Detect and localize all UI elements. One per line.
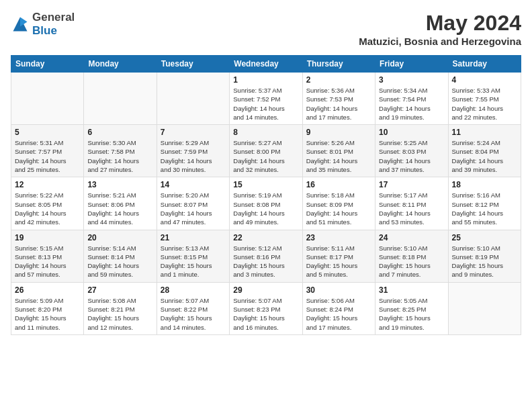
day-number: 21: [161, 233, 226, 242]
day-number: 1: [233, 75, 298, 85]
day-number: 14: [161, 180, 226, 189]
calendar-cell: 21Sunrise: 5:13 AMSunset: 8:15 PMDayligh…: [157, 230, 229, 282]
day-info: Sunrise: 5:12 AMSunset: 8:16 PMDaylight:…: [233, 244, 298, 279]
calendar-cell: 7Sunrise: 5:29 AMSunset: 7:59 PMDaylight…: [157, 125, 229, 177]
calendar-cell: 11Sunrise: 5:24 AMSunset: 8:04 PMDayligh…: [448, 125, 521, 177]
day-number: 13: [87, 180, 152, 189]
calendar-cell: 9Sunrise: 5:26 AMSunset: 8:01 PMDaylight…: [302, 125, 375, 177]
day-info: Sunrise: 5:29 AMSunset: 7:59 PMDaylight:…: [161, 138, 226, 174]
logo-icon: [11, 15, 30, 34]
day-number: 16: [306, 180, 371, 189]
logo-blue: Blue: [32, 24, 57, 37]
day-info: Sunrise: 5:30 AMSunset: 7:58 PMDaylight:…: [87, 138, 152, 174]
weekday-friday: Friday: [375, 56, 448, 73]
day-number: 22: [233, 233, 298, 242]
calendar-cell: 29Sunrise: 5:07 AMSunset: 8:23 PMDayligh…: [230, 282, 302, 334]
calendar-cell: 28Sunrise: 5:07 AMSunset: 8:22 PMDayligh…: [157, 282, 229, 334]
logo-general: General: [32, 11, 75, 24]
calendar-cell: 12Sunrise: 5:22 AMSunset: 8:05 PMDayligh…: [11, 177, 84, 230]
weekday-thursday: Thursday: [302, 56, 375, 73]
day-info: Sunrise: 5:13 AMSunset: 8:15 PMDaylight:…: [161, 244, 226, 279]
day-number: 23: [306, 233, 371, 242]
day-info: Sunrise: 5:26 AMSunset: 8:01 PMDaylight:…: [306, 138, 371, 174]
day-info: Sunrise: 5:27 AMSunset: 8:00 PMDaylight:…: [233, 138, 298, 174]
day-number: 29: [233, 285, 298, 295]
calendar-cell: 22Sunrise: 5:12 AMSunset: 8:16 PMDayligh…: [230, 230, 302, 282]
calendar-week-2: 5Sunrise: 5:31 AMSunset: 7:57 PMDaylight…: [11, 125, 521, 177]
calendar-cell: 31Sunrise: 5:05 AMSunset: 8:25 PMDayligh…: [375, 282, 448, 334]
day-info: Sunrise: 5:31 AMSunset: 7:57 PMDaylight:…: [15, 138, 80, 174]
day-info: Sunrise: 5:08 AMSunset: 8:21 PMDaylight:…: [87, 296, 152, 332]
calendar-table: SundayMondayTuesdayWednesdayThursdayFrid…: [11, 55, 521, 335]
day-number: 3: [379, 75, 444, 85]
day-info: Sunrise: 5:17 AMSunset: 8:11 PMDaylight:…: [379, 191, 444, 226]
day-number: 30: [306, 285, 371, 295]
calendar-cell: 6Sunrise: 5:30 AMSunset: 7:58 PMDaylight…: [84, 125, 157, 177]
day-number: 9: [306, 128, 371, 137]
calendar-cell: 8Sunrise: 5:27 AMSunset: 8:00 PMDaylight…: [230, 125, 302, 177]
day-number: 5: [15, 128, 80, 137]
day-number: 11: [452, 128, 517, 137]
day-info: Sunrise: 5:20 AMSunset: 8:07 PMDaylight:…: [161, 191, 226, 226]
calendar-cell: 20Sunrise: 5:14 AMSunset: 8:14 PMDayligh…: [84, 230, 157, 282]
day-info: Sunrise: 5:06 AMSunset: 8:24 PMDaylight:…: [306, 296, 371, 332]
day-info: Sunrise: 5:09 AMSunset: 8:20 PMDaylight:…: [15, 296, 80, 332]
day-info: Sunrise: 5:21 AMSunset: 8:06 PMDaylight:…: [87, 191, 152, 226]
calendar-body: 1Sunrise: 5:37 AMSunset: 7:52 PMDaylight…: [11, 73, 521, 335]
day-number: 4: [452, 75, 517, 85]
day-info: Sunrise: 5:10 AMSunset: 8:19 PMDaylight:…: [452, 244, 517, 279]
weekday-saturday: Saturday: [448, 56, 521, 73]
day-info: Sunrise: 5:16 AMSunset: 8:12 PMDaylight:…: [452, 191, 517, 226]
day-number: 7: [161, 128, 226, 137]
weekday-sunday: Sunday: [11, 56, 84, 73]
day-info: Sunrise: 5:34 AMSunset: 7:54 PMDaylight:…: [379, 86, 444, 122]
day-number: 8: [233, 128, 298, 137]
title-block: May 2024 Matuzici, Bosnia and Herzegovin…: [359, 11, 521, 47]
calendar-cell: 30Sunrise: 5:06 AMSunset: 8:24 PMDayligh…: [302, 282, 375, 334]
calendar-cell: 24Sunrise: 5:10 AMSunset: 8:18 PMDayligh…: [375, 230, 448, 282]
calendar-cell: [157, 73, 229, 125]
day-number: 27: [87, 285, 152, 295]
location-title: Matuzici, Bosnia and Herzegovina: [359, 36, 521, 47]
day-number: 26: [15, 285, 80, 295]
day-info: Sunrise: 5:24 AMSunset: 8:04 PMDaylight:…: [452, 138, 517, 174]
day-number: 15: [233, 180, 298, 189]
day-info: Sunrise: 5:33 AMSunset: 7:55 PMDaylight:…: [452, 86, 517, 122]
calendar-cell: 13Sunrise: 5:21 AMSunset: 8:06 PMDayligh…: [84, 177, 157, 230]
calendar-cell: 18Sunrise: 5:16 AMSunset: 8:12 PMDayligh…: [448, 177, 521, 230]
calendar-cell: 27Sunrise: 5:08 AMSunset: 8:21 PMDayligh…: [84, 282, 157, 334]
day-info: Sunrise: 5:05 AMSunset: 8:25 PMDaylight:…: [379, 296, 444, 332]
calendar-cell: 17Sunrise: 5:17 AMSunset: 8:11 PMDayligh…: [375, 177, 448, 230]
day-number: 10: [379, 128, 444, 137]
day-number: 19: [15, 233, 80, 242]
logo: General Blue: [11, 11, 75, 38]
weekday-tuesday: Tuesday: [157, 56, 229, 73]
day-info: Sunrise: 5:07 AMSunset: 8:23 PMDaylight:…: [233, 296, 298, 332]
calendar-cell: 3Sunrise: 5:34 AMSunset: 7:54 PMDaylight…: [375, 73, 448, 125]
day-number: 28: [161, 285, 226, 295]
calendar-cell: 25Sunrise: 5:10 AMSunset: 8:19 PMDayligh…: [448, 230, 521, 282]
weekday-wednesday: Wednesday: [230, 56, 302, 73]
calendar-cell: 26Sunrise: 5:09 AMSunset: 8:20 PMDayligh…: [11, 282, 84, 334]
logo-wordmark: General Blue: [32, 11, 75, 38]
day-info: Sunrise: 5:37 AMSunset: 7:52 PMDaylight:…: [233, 86, 298, 122]
calendar-cell: 14Sunrise: 5:20 AMSunset: 8:07 PMDayligh…: [157, 177, 229, 230]
page-header: General Blue May 2024 Matuzici, Bosnia a…: [11, 11, 521, 47]
calendar-cell: 15Sunrise: 5:19 AMSunset: 8:08 PMDayligh…: [230, 177, 302, 230]
calendar-cell: 4Sunrise: 5:33 AMSunset: 7:55 PMDaylight…: [448, 73, 521, 125]
weekday-header-row: SundayMondayTuesdayWednesdayThursdayFrid…: [11, 56, 521, 73]
day-info: Sunrise: 5:11 AMSunset: 8:17 PMDaylight:…: [306, 244, 371, 279]
day-number: 20: [87, 233, 152, 242]
calendar-cell: 10Sunrise: 5:25 AMSunset: 8:03 PMDayligh…: [375, 125, 448, 177]
calendar-cell: 16Sunrise: 5:18 AMSunset: 8:09 PMDayligh…: [302, 177, 375, 230]
calendar-cell: [84, 73, 157, 125]
day-info: Sunrise: 5:07 AMSunset: 8:22 PMDaylight:…: [161, 296, 226, 332]
calendar-week-1: 1Sunrise: 5:37 AMSunset: 7:52 PMDaylight…: [11, 73, 521, 125]
day-info: Sunrise: 5:19 AMSunset: 8:08 PMDaylight:…: [233, 191, 298, 226]
calendar-cell: [448, 282, 521, 334]
day-info: Sunrise: 5:14 AMSunset: 8:14 PMDaylight:…: [87, 244, 152, 279]
month-title: May 2024: [359, 11, 521, 36]
day-info: Sunrise: 5:15 AMSunset: 8:13 PMDaylight:…: [15, 244, 80, 279]
day-number: 25: [452, 233, 517, 242]
calendar-cell: 2Sunrise: 5:36 AMSunset: 7:53 PMDaylight…: [302, 73, 375, 125]
